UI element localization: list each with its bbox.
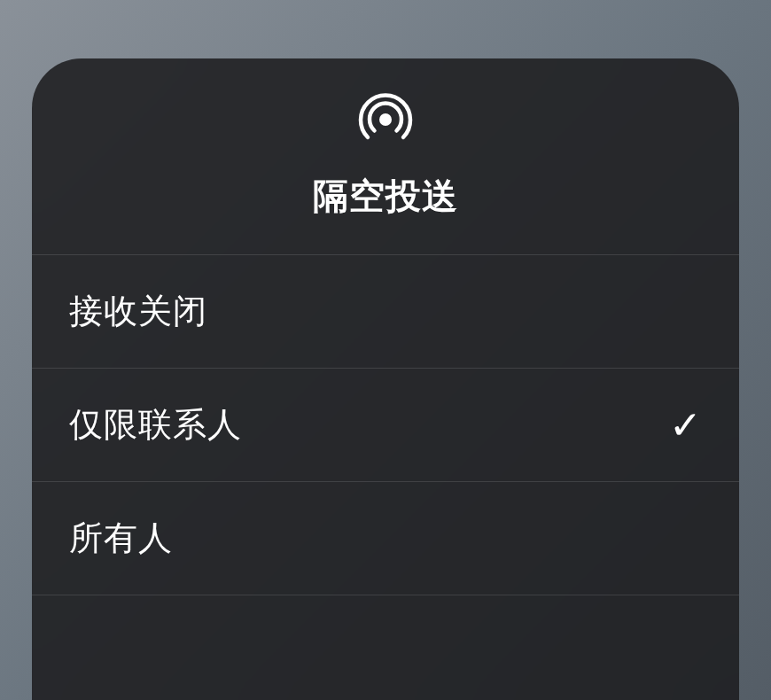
option-receiving-off[interactable]: 接收关闭 ✓ bbox=[32, 255, 739, 369]
panel-title: 隔空投送 bbox=[313, 172, 458, 221]
svg-point-0 bbox=[379, 113, 392, 126]
option-contacts-only[interactable]: 仅限联系人 ✓ bbox=[32, 369, 739, 482]
options-list: 接收关闭 ✓ 仅限联系人 ✓ 所有人 ✓ bbox=[32, 255, 739, 595]
option-label: 所有人 bbox=[69, 516, 173, 561]
airdrop-icon bbox=[358, 92, 413, 147]
airdrop-settings-panel: 隔空投送 接收关闭 ✓ 仅限联系人 ✓ 所有人 ✓ bbox=[32, 58, 739, 700]
option-everyone[interactable]: 所有人 ✓ bbox=[32, 482, 739, 595]
checkmark-icon: ✓ bbox=[669, 406, 702, 445]
panel-header: 隔空投送 bbox=[32, 58, 739, 255]
option-label: 接收关闭 bbox=[69, 289, 207, 334]
option-label: 仅限联系人 bbox=[69, 402, 242, 447]
